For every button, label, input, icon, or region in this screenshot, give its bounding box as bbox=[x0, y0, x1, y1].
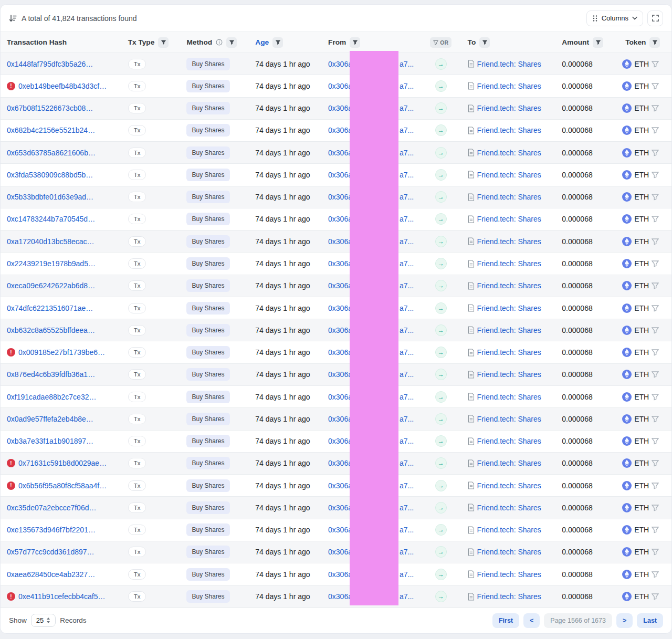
to-contract-link[interactable]: Friend.tech: Shares bbox=[477, 193, 541, 201]
to-contract-link[interactable]: Friend.tech: Shares bbox=[477, 348, 541, 357]
or-filter-badge[interactable]: OR bbox=[430, 37, 452, 48]
token-filter-icon[interactable] bbox=[652, 593, 659, 600]
token-label[interactable]: ETH bbox=[634, 370, 649, 379]
token-label[interactable]: ETH bbox=[634, 304, 649, 312]
tx-hash-link[interactable]: 0x3fda5380909c88bd5b… bbox=[7, 171, 93, 179]
token-label[interactable]: ETH bbox=[634, 481, 649, 490]
token-label[interactable]: ETH bbox=[634, 104, 649, 112]
tx-hash-link[interactable]: 0xaea628450ce4ab2327… bbox=[7, 570, 95, 579]
pagination-next-button[interactable]: > bbox=[616, 613, 633, 628]
to-contract-link[interactable]: Friend.tech: Shares bbox=[477, 60, 541, 68]
tx-hash-link[interactable]: 0x71631c591b8d0029ae… bbox=[18, 459, 107, 467]
tx-hash-link[interactable]: 0xc35de07a2ebcce7f06d… bbox=[7, 504, 96, 512]
tx-hash-link[interactable]: 0x5b33bdbfe01d63e9ad… bbox=[7, 193, 93, 201]
token-label[interactable]: ETH bbox=[634, 393, 649, 401]
token-filter-icon[interactable] bbox=[652, 393, 659, 401]
token-label[interactable]: ETH bbox=[634, 82, 649, 90]
page-size-select[interactable]: 25 bbox=[31, 614, 56, 627]
pagination-prev-button[interactable]: < bbox=[523, 613, 540, 628]
method-filter-icon[interactable] bbox=[226, 37, 237, 48]
method-info-icon[interactable] bbox=[216, 39, 223, 46]
to-contract-link[interactable]: Friend.tech: Shares bbox=[477, 304, 541, 312]
to-contract-link[interactable]: Friend.tech: Shares bbox=[477, 415, 541, 423]
token-filter-icon[interactable] bbox=[652, 60, 659, 68]
token-label[interactable]: ETH bbox=[634, 171, 649, 179]
to-contract-link[interactable]: Friend.tech: Shares bbox=[477, 126, 541, 134]
token-filter-icon[interactable] bbox=[652, 526, 659, 533]
tx-hash-link[interactable]: 0xeb149beefb48b43d3cf… bbox=[18, 82, 107, 90]
token-filter-icon[interactable] bbox=[652, 371, 659, 378]
token-filter-icon[interactable] bbox=[652, 149, 659, 156]
pagination-first-button[interactable]: First bbox=[492, 613, 519, 628]
tx-hash-link[interactable]: 0x682b4c2156e5521b24… bbox=[7, 126, 95, 134]
token-filter-icon[interactable] bbox=[652, 238, 659, 245]
tx-type-filter-icon[interactable] bbox=[158, 37, 169, 48]
tx-hash-link[interactable]: 0xa172040d13bc58ecac… bbox=[7, 237, 94, 246]
token-label[interactable]: ETH bbox=[634, 149, 649, 157]
token-label[interactable]: ETH bbox=[634, 215, 649, 223]
to-filter-icon[interactable] bbox=[479, 37, 490, 48]
tx-hash-link[interactable]: 0xeca09e6242622ab6d8… bbox=[7, 281, 95, 290]
token-label[interactable]: ETH bbox=[634, 437, 649, 445]
from-filter-icon[interactable] bbox=[350, 37, 360, 48]
token-filter-icon[interactable] bbox=[652, 349, 659, 356]
tx-hash-link[interactable]: 0x67b08f15226673cb08… bbox=[7, 104, 93, 112]
token-label[interactable]: ETH bbox=[634, 126, 649, 134]
tx-hash-link[interactable]: 0xe411b91cefecbb4caf5… bbox=[18, 592, 106, 601]
token-filter-icon[interactable] bbox=[652, 504, 659, 511]
tx-hash-link[interactable]: 0x009185e27bf1739be6… bbox=[18, 348, 105, 357]
tx-hash-link[interactable]: 0xe135673d946f7bf2201… bbox=[7, 526, 96, 534]
token-label[interactable]: ETH bbox=[634, 526, 649, 534]
token-label[interactable]: ETH bbox=[634, 259, 649, 268]
to-contract-link[interactable]: Friend.tech: Shares bbox=[477, 459, 541, 467]
pagination-last-button[interactable]: Last bbox=[637, 613, 663, 628]
expand-button[interactable] bbox=[647, 11, 663, 26]
token-label[interactable]: ETH bbox=[634, 415, 649, 423]
tx-hash-link[interactable]: 0x876ed4c6b39fdfb36a1… bbox=[7, 370, 95, 379]
to-contract-link[interactable]: Friend.tech: Shares bbox=[477, 326, 541, 334]
tx-hash-link[interactable]: 0x57d77cc9cdd361d897… bbox=[7, 548, 94, 556]
token-filter-icon[interactable] bbox=[652, 548, 659, 556]
tx-hash-link[interactable]: 0xb3a7e33f1a1b901897… bbox=[7, 437, 93, 445]
tx-hash-link[interactable]: 0x653d63785a8621606b… bbox=[7, 149, 96, 157]
token-filter-icon[interactable] bbox=[652, 482, 659, 489]
header-age[interactable]: Age bbox=[255, 38, 269, 46]
tx-hash-link[interactable]: 0xf191cadae88b2c7ce32… bbox=[7, 393, 96, 401]
token-label[interactable]: ETH bbox=[634, 193, 649, 201]
token-label[interactable]: ETH bbox=[634, 592, 649, 601]
to-contract-link[interactable]: Friend.tech: Shares bbox=[477, 281, 541, 290]
tx-hash-link[interactable]: 0xb632c8a65525bffdeea… bbox=[7, 326, 95, 334]
token-filter-icon[interactable] bbox=[652, 127, 659, 134]
token-header-filter-icon[interactable] bbox=[649, 37, 660, 48]
token-label[interactable]: ETH bbox=[634, 548, 649, 556]
tx-hash-link[interactable]: 0x0ad9e57ffefa2eb4b8e… bbox=[7, 415, 93, 423]
token-filter-icon[interactable] bbox=[652, 171, 659, 179]
token-filter-icon[interactable] bbox=[652, 260, 659, 267]
token-filter-icon[interactable] bbox=[652, 104, 659, 112]
to-contract-link[interactable]: Friend.tech: Shares bbox=[477, 504, 541, 512]
to-contract-link[interactable]: Friend.tech: Shares bbox=[477, 481, 541, 490]
tx-hash-link[interactable]: 0xc14783244b7a70545d… bbox=[7, 215, 95, 223]
to-contract-link[interactable]: Friend.tech: Shares bbox=[477, 570, 541, 579]
token-label[interactable]: ETH bbox=[634, 281, 649, 290]
to-contract-link[interactable]: Friend.tech: Shares bbox=[477, 171, 541, 179]
columns-button[interactable]: Columns bbox=[586, 11, 643, 26]
token-filter-icon[interactable] bbox=[652, 82, 659, 90]
tx-hash-link[interactable]: 0x6b56f95a80f8cf58aa4f… bbox=[18, 481, 107, 490]
to-contract-link[interactable]: Friend.tech: Shares bbox=[477, 215, 541, 223]
to-contract-link[interactable]: Friend.tech: Shares bbox=[477, 370, 541, 379]
token-filter-icon[interactable] bbox=[652, 415, 659, 423]
token-filter-icon[interactable] bbox=[652, 327, 659, 334]
token-filter-icon[interactable] bbox=[652, 305, 659, 312]
token-filter-icon[interactable] bbox=[652, 459, 659, 467]
tx-hash-link[interactable]: 0x1448faf795dfc3b5a26… bbox=[7, 60, 93, 68]
to-contract-link[interactable]: Friend.tech: Shares bbox=[477, 104, 541, 112]
to-contract-link[interactable]: Friend.tech: Shares bbox=[477, 548, 541, 556]
token-label[interactable]: ETH bbox=[634, 504, 649, 512]
to-contract-link[interactable]: Friend.tech: Shares bbox=[477, 393, 541, 401]
token-filter-icon[interactable] bbox=[652, 215, 659, 223]
token-filter-icon[interactable] bbox=[652, 282, 659, 289]
token-filter-icon[interactable] bbox=[652, 571, 659, 578]
token-label[interactable]: ETH bbox=[634, 326, 649, 334]
token-label[interactable]: ETH bbox=[634, 237, 649, 246]
